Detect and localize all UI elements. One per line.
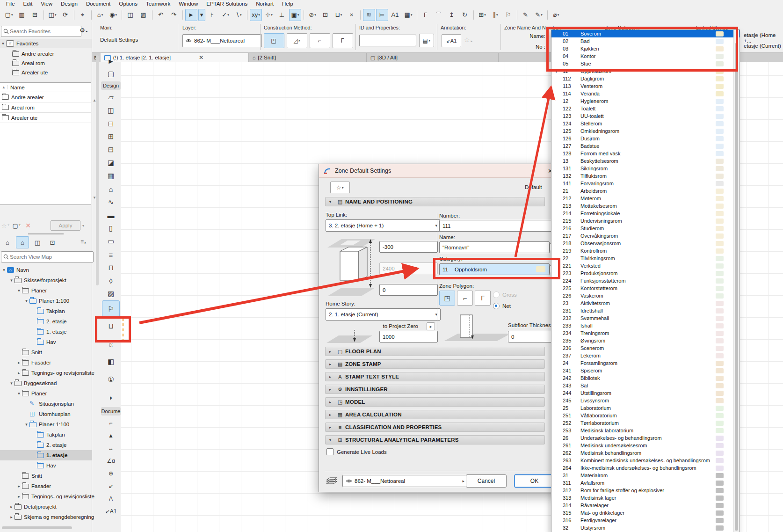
id-input[interactable] — [359, 35, 416, 46]
toolbar-button[interactable]: ◉▾ — [107, 9, 119, 21]
toolbar-button[interactable]: ⌀▾ — [550, 9, 562, 21]
top-offset-field[interactable]: -300 — [379, 241, 438, 253]
category-row[interactable]: 12 Hygienerom — [551, 97, 740, 105]
category-row[interactable]: 242 Bibliotek — [551, 374, 740, 382]
view-tree-item[interactable]: 2. etasje — [0, 440, 92, 450]
palette-tool[interactable]: ⚐ — [102, 300, 120, 317]
palette-tool[interactable]: Docume — [101, 407, 121, 415]
palette-tool[interactable]: ► — [102, 54, 119, 67]
toolbar-button[interactable]: ✎ — [520, 9, 532, 21]
toolbar-button[interactable]: ↷ — [168, 9, 180, 21]
category-row[interactable]: 24 Forsamlingsrom — [551, 359, 740, 367]
favorites-star-button[interactable]: ☆▸ — [330, 182, 350, 193]
view-tree-item[interactable]: ▸ Detaljprosjekt — [0, 502, 92, 512]
toolbar-button[interactable]: ⊡ — [319, 9, 332, 21]
menu-item[interactable]: Teamwork — [142, 0, 174, 8]
toolbar-button[interactable]: ⊞▾ — [476, 9, 488, 21]
category-row[interactable]: 141 Forvaringsrom — [551, 180, 740, 187]
category-row[interactable]: 253 Medisinsk laboratorium — [551, 427, 740, 434]
palette-tool[interactable]: ⊞ — [102, 130, 119, 143]
category-row[interactable]: 31 Materialrom — [551, 472, 740, 479]
toolbar-button[interactable]: ⊘▾ — [306, 9, 319, 21]
generate-live-loads-checkbox[interactable] — [326, 448, 334, 455]
category-row[interactable]: 235 Øvingsrom — [551, 337, 740, 344]
palette-tool[interactable]: ▲ — [102, 429, 119, 442]
construction-method-button[interactable]: ◿▸ — [287, 33, 307, 48]
scroll-down-icon[interactable]: ▼ — [93, 196, 96, 200]
view-tree-item[interactable]: Utomhusplan — [0, 409, 92, 419]
palette-tool[interactable]: ⊓ — [102, 261, 119, 274]
toolbar-button[interactable]: Γ — [420, 9, 432, 21]
tree-expand-icon[interactable]: ▾ — [8, 278, 14, 283]
view-tree-item[interactable]: ▸ Skjema og mengdeberegning — [0, 512, 92, 522]
toolbar-button[interactable]: xy▾ — [250, 9, 262, 21]
favorites-search-input[interactable] — [9, 28, 79, 35]
palette-tool[interactable]: ≡ — [102, 248, 119, 261]
category-row[interactable]: 237 Lekerom — [551, 352, 740, 359]
category-row[interactable]: 26 Undersøkelses- og behandlingsrom — [551, 434, 740, 442]
category-row[interactable]: 224 Funksjonsstøtterom — [551, 277, 740, 284]
toolbar-button[interactable]: ✓▾ — [219, 9, 232, 21]
category-row[interactable]: 236 Scenerom — [551, 344, 740, 352]
tree-expand-icon[interactable]: ▾ — [16, 391, 22, 396]
palette-tool[interactable]: ∿ — [102, 196, 119, 209]
tree-expand-icon[interactable]: ▸ — [16, 371, 22, 375]
construction-method-button[interactable]: ◳ — [264, 33, 284, 48]
category-list-scrollbar[interactable] — [733, 30, 739, 532]
toolbar-button[interactable]: ◫ — [124, 9, 137, 21]
name-field[interactable]: "Romnavn" — [439, 241, 550, 253]
tree-expand-icon[interactable]: ▾ — [16, 288, 22, 293]
palette-tool[interactable]: ↔ — [102, 442, 119, 454]
palette-tool[interactable]: ◗ — [102, 388, 119, 406]
view-tree-item[interactable]: ▾ Skisse/forprosjekt — [0, 275, 92, 285]
category-row[interactable]: 312 Rom for farlige stoffer og eksplosiv… — [551, 487, 740, 494]
generate-live-loads-row[interactable]: Generate Live Loads — [326, 448, 387, 455]
tree-expand-icon[interactable]: ▾ — [1, 268, 7, 272]
dialog-panel-header[interactable]: ▸ ⚙ INNSTILLINGER — [325, 385, 545, 394]
category-row[interactable]: 128 Forrom med vask — [551, 150, 740, 157]
category-row[interactable]: 241 Spiserom — [551, 367, 740, 374]
name-positioning-header[interactable]: ▾▤NAME AND POSITIONING — [325, 197, 545, 206]
category-row[interactable]: 251 Våtlaboratorium — [551, 412, 740, 419]
category-row[interactable]: 04 Kontor — [551, 52, 740, 60]
view-tree-item[interactable]: ▸ Tegnings- og revisjonsliste — [0, 368, 92, 378]
category-row[interactable]: 125 Omkledningsrom — [551, 127, 740, 135]
toolbar-button[interactable]: ⊟ — [29, 9, 41, 21]
toolbar-button[interactable]: ⟳ — [59, 9, 72, 21]
toolbar-button[interactable]: ∥▾ — [489, 9, 501, 21]
navigator-mode-button[interactable]: ⌂ — [16, 236, 29, 248]
category-row[interactable]: 233 Ishall — [551, 322, 740, 329]
palette-tool[interactable]: ⊔ — [102, 317, 119, 335]
menu-item[interactable]: Window — [174, 0, 202, 8]
zone-polygon-method-button[interactable]: ⌐ — [457, 291, 473, 306]
toolbar-button[interactable] — [152, 10, 152, 20]
toolbar-button[interactable]: ⌒ — [433, 9, 445, 21]
dialog-panel-header[interactable]: ▸ ▤ ZONE STAMP — [325, 359, 545, 369]
category-row[interactable]: 02 Bad — [551, 37, 740, 45]
toolbar-button[interactable] — [547, 10, 548, 20]
toolbar-button[interactable]: ► — [185, 9, 197, 21]
view-tree-item[interactable]: ▾ Planer 1:100 — [0, 419, 92, 430]
menu-item[interactable]: Document — [82, 0, 115, 8]
category-row[interactable]: 263 Kombinert medisinsk undersøkelses- o… — [551, 457, 740, 464]
toolbar-button[interactable]: ∖▾ — [232, 9, 245, 21]
gross-radio-row[interactable]: Gross — [493, 292, 517, 298]
category-row[interactable]: ✓ 11 Oppholdsrom — [551, 67, 740, 75]
bottom-offset-field[interactable]: 0 — [379, 284, 438, 296]
view-tree-item[interactable]: Snitt — [0, 471, 92, 481]
view-tree-item[interactable]: ▸ Fasader — [0, 481, 92, 491]
new-folder-icon[interactable]: ▢⁺ — [11, 221, 22, 230]
toolbar-button[interactable] — [360, 10, 361, 20]
toolbar-button[interactable]: ▢▾ — [3, 9, 15, 21]
toolbar-button[interactable]: ⊔▾ — [333, 9, 345, 21]
category-row[interactable]: 215 Undervisningsrom — [551, 217, 740, 225]
toolbar-button[interactable]: ⌖ — [77, 9, 89, 21]
view-map-search-input[interactable] — [9, 254, 91, 260]
category-row[interactable]: 232 Svømmehall — [551, 314, 740, 322]
toolbar-button[interactable] — [517, 10, 517, 20]
toolbar-button[interactable]: ↥ — [446, 9, 458, 21]
tab-section[interactable]: ⌂ [2 Snitt] — [249, 53, 367, 62]
view-tree-item[interactable]: 1. etasje — [0, 450, 92, 460]
category-row[interactable]: 218 Observasjonsrom — [551, 240, 740, 247]
dialog-title-bar[interactable]: Zone Default Settings ✕ — [319, 164, 558, 178]
